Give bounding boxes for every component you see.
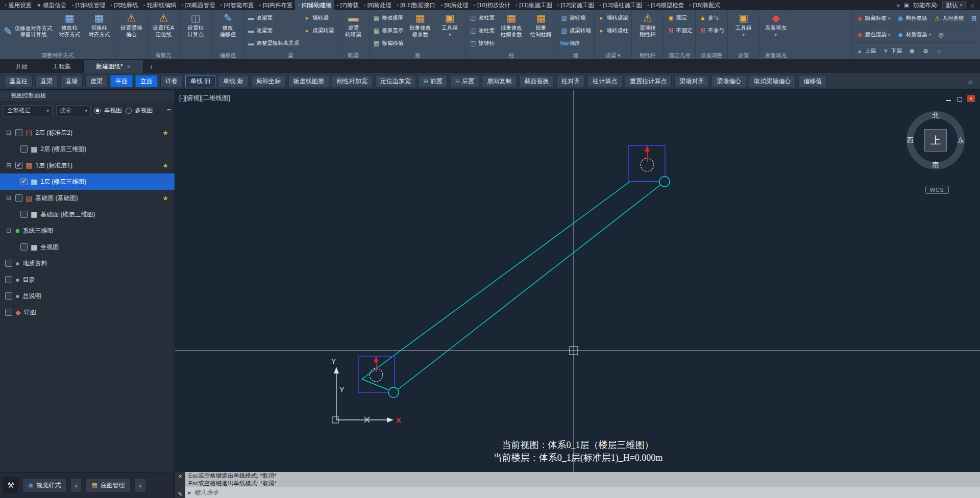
tree-row-foundation-3d[interactable]: ▦ 基础面 (楼层三维图) xyxy=(0,206,175,222)
tree-row-full-view[interactable]: ▦ 全视图 xyxy=(0,239,175,255)
ribbon-button[interactable]: hw墙厚 xyxy=(559,37,593,49)
ribbon-button[interactable]: ▬调整梁板标高关系 xyxy=(246,37,301,49)
base-map-button[interactable]: ▦ 底图管理 xyxy=(86,478,130,492)
ribbon-button[interactable]: ▬改梁宽 xyxy=(246,12,301,24)
compass-south-label[interactable]: 南 xyxy=(933,160,939,169)
tree-row-floor1[interactable]: ⊟ ▤ 1层 (标准层1) ★ xyxy=(0,157,175,173)
visual-style-button[interactable]: ◉ 视觉样式 xyxy=(22,478,66,492)
menu-item[interactable]: ▪[1]轴线管理 xyxy=(69,0,108,10)
collapse-icon[interactable]: ⊟ xyxy=(5,227,12,234)
drawing-viewport[interactable]: Y Y X [-][俯视][二维线图] × 北 南 西 东 上 WCS 当前视图… xyxy=(175,90,980,472)
toolbar-button[interactable]: 直梁 xyxy=(35,75,58,87)
command-input[interactable]: ▸ 键入命令 xyxy=(185,487,980,498)
menu-item[interactable]: ▪[6]辅助建模 xyxy=(295,0,334,10)
ribbon-button[interactable]: ▸墙转虚柱 xyxy=(596,24,630,37)
tree-row-floor1-3d-selected[interactable]: ▦ 1层 (楼层三维图) xyxy=(0,173,175,190)
ribbon-button[interactable]: ◆表面填充▾ xyxy=(762,11,790,52)
checkbox[interactable] xyxy=(5,309,12,316)
checkbox-checked[interactable] xyxy=(20,178,28,185)
ribbon-button[interactable]: ◎ xyxy=(935,31,947,39)
beam-node-top[interactable] xyxy=(659,177,670,187)
tree-row-catalog[interactable]: ● 目录 xyxy=(0,271,175,288)
menu-item[interactable]: ▪[12]梁施工图 xyxy=(555,0,597,10)
checkbox[interactable] xyxy=(15,129,22,136)
ribbon-button[interactable]: ◆材质渲染▾ xyxy=(895,30,934,39)
toolbar-button[interactable]: 板虚线图层 xyxy=(288,75,329,87)
menu-item[interactable]: ▪[2]轮廓线 xyxy=(108,0,141,10)
toolbar-button[interactable]: 直墙 xyxy=(60,75,83,87)
favorite-star-icon[interactable]: ★ xyxy=(162,194,168,202)
ribbon-button[interactable]: ⚠设置梁墙偏心 xyxy=(117,11,145,52)
close-command-icon[interactable]: × xyxy=(178,473,182,480)
toolbar-button[interactable]: 偏移值 xyxy=(798,75,827,87)
ribbon-button[interactable]: ▬虚梁转暗梁 xyxy=(339,11,368,52)
tab-project-set[interactable]: 工程集 xyxy=(40,60,84,73)
menu-item[interactable]: ★模型信息 xyxy=(34,0,69,10)
ribbon-button[interactable]: ◫改柱宽 xyxy=(468,24,496,37)
toolbar-button[interactable]: 垂直柱 xyxy=(4,75,33,87)
ribbon-button[interactable]: ▸墙转虚梁 xyxy=(596,12,630,24)
checkbox[interactable] xyxy=(15,194,22,202)
ribbon-button[interactable]: ▥梁转墙 xyxy=(559,12,593,24)
toolbar-button[interactable]: 梁墙对齐 xyxy=(674,75,709,87)
ribbon-button[interactable]: ▦批量修改板参数 xyxy=(406,11,434,52)
base-map-expand-icon[interactable]: ▲ xyxy=(135,478,146,492)
settings-icon[interactable]: ☼ xyxy=(970,2,975,8)
wcs-badge[interactable]: WCS xyxy=(925,186,949,194)
ribbon-button[interactable]: ⚠梁墙转刚性杆 xyxy=(633,11,662,52)
toolbar-button[interactable]: 详看 xyxy=(160,75,183,87)
tree-row-detail-drawing[interactable]: ◆ 详图 xyxy=(0,304,175,320)
ribbon-button[interactable]: ◆颜色渲染▾ xyxy=(854,30,893,39)
gear-icon[interactable]: ☼ xyxy=(967,77,976,86)
checkbox[interactable] xyxy=(20,211,28,218)
close-tab-icon[interactable]: × xyxy=(127,63,131,70)
ribbon-button[interactable]: ▣工具箱▾ xyxy=(729,11,758,52)
command-edit-icon[interactable]: ✎ xyxy=(178,491,182,497)
ribbon-button[interactable]: ✎修改偏移值 xyxy=(213,11,242,52)
multi-view-radio[interactable] xyxy=(126,108,132,114)
ribbon-button[interactable]: ◉构件显隐 xyxy=(895,14,929,23)
tree-row-system-3d[interactable]: ⊟ ■ 系统三维图 xyxy=(0,222,175,239)
ribbon-button[interactable]: ◫改柱宽 xyxy=(468,12,496,24)
menu-item[interactable]: ▪[15]装配式 xyxy=(687,0,723,10)
menu-item[interactable]: ▪[8-1]数据接口 xyxy=(394,0,438,10)
ribbon-button[interactable]: ⊞ xyxy=(968,14,980,22)
toolbar-button[interactable]: 单线 旧 xyxy=(185,75,215,87)
tab-new-drawing[interactable]: 新建图纸*× xyxy=(84,60,143,73)
collapse-icon[interactable]: ⊟ xyxy=(5,194,12,202)
ribbon-button[interactable]: ◆隐藏标签▾ xyxy=(854,14,893,23)
restore-button[interactable] xyxy=(956,95,964,102)
toolbar-button[interactable]: ⊞前置 xyxy=(419,75,448,87)
collapse-icon[interactable]: ⊟ xyxy=(5,129,12,136)
ribbon-button[interactable]: ▸墙转梁 xyxy=(302,12,335,24)
toolbar-button[interactable]: 单线 新 xyxy=(218,75,248,87)
panel-menu-icon[interactable]: ≡ xyxy=(167,107,171,115)
column-symbol-bottom[interactable] xyxy=(358,356,395,392)
ribbon-button[interactable]: ◫设置柱计算点 xyxy=(181,11,210,52)
drawing-canvas[interactable]: Y Y X xyxy=(175,90,980,472)
compass-top-face[interactable]: 上 xyxy=(924,129,947,152)
checkbox[interactable] xyxy=(20,145,28,153)
tree-row-geology[interactable]: ● 地质资料 xyxy=(0,255,175,271)
toolbar-button[interactable]: 刚性杆加宽 xyxy=(332,75,373,87)
menu-item[interactable]: ▪[5]构件布置 xyxy=(256,0,295,10)
ribbon-button[interactable]: ◉固定 xyxy=(666,12,694,24)
menu-item[interactable]: ▪[8]前处理 xyxy=(361,0,394,10)
checkbox[interactable] xyxy=(5,276,12,283)
ribbon-button[interactable]: ◫旋转柱 xyxy=(468,37,496,49)
collapse-icon[interactable]: ⊟ xyxy=(5,162,12,169)
floor-filter-select[interactable]: 全部楼层▾ xyxy=(4,105,53,116)
ribbon-button[interactable]: ⚠几何查错 xyxy=(932,14,966,23)
ribbon-button[interactable]: N不固定 xyxy=(666,24,694,37)
visual-style-expand-icon[interactable]: ▲ xyxy=(70,478,82,492)
ribbon-button[interactable]: ▦切换柱对齐方式 xyxy=(85,11,113,52)
menu-item[interactable]: ▪[14]模型检查 xyxy=(645,0,687,10)
ribbon-button[interactable]: ▦板偏移值 xyxy=(371,37,405,49)
tree-row-general-notes[interactable]: ● 总说明 xyxy=(0,288,175,304)
menu-item[interactable]: ▪[9]后处理 xyxy=(438,0,471,10)
menu-item[interactable]: ▪[4]智能布置 xyxy=(217,0,256,10)
menu-item[interactable]: ▪通用设置 xyxy=(2,0,34,10)
toolbar-button[interactable]: 平面 xyxy=(110,75,133,87)
menu-item[interactable]: ▪[13]墙柱施工图 xyxy=(597,0,645,10)
compass-north-label[interactable]: 北 xyxy=(933,111,939,120)
